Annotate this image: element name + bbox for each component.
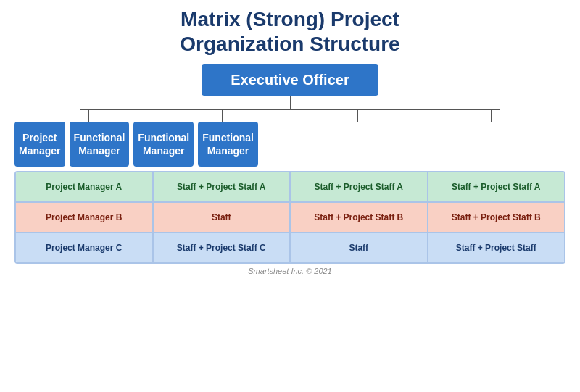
cell-r3-c4: Staff + Project Staff bbox=[428, 233, 565, 262]
cell-r1-c1: Project Manager A bbox=[16, 172, 154, 201]
functional-manager-box-2: FunctionalManager bbox=[133, 122, 194, 167]
cell-r2-c3: Staff + Project Staff B bbox=[291, 203, 428, 232]
cell-r2-c4: Staff + Project Staff B bbox=[428, 203, 565, 232]
cell-r1-c3: Staff + Project Staff A bbox=[291, 172, 428, 201]
page-title: Matrix (Strong) ProjectOrganization Stru… bbox=[180, 7, 399, 56]
cell-r3-c1: Project Manager C bbox=[16, 233, 154, 262]
cell-r3-c2: Staff + Project Staff C bbox=[154, 233, 291, 262]
functional-manager-box-1: FunctionalManager bbox=[70, 122, 130, 167]
cell-r2-c1: Project Manager B bbox=[16, 203, 154, 232]
cell-r2-c2: Staff bbox=[154, 203, 291, 232]
footer-text: Smartsheet Inc. © 2021 bbox=[248, 267, 332, 275]
cell-r1-c2: Staff + Project Staff A bbox=[154, 172, 291, 201]
cell-r1-c4: Staff + Project Staff A bbox=[428, 172, 565, 201]
staff-row-3: Project Manager C Staff + Project Staff … bbox=[16, 233, 564, 262]
functional-manager-box-3: FunctionalManager bbox=[198, 122, 258, 167]
project-manager-box: ProjectManager bbox=[14, 122, 65, 167]
staff-row-1: Project Manager A Staff + Project Staff … bbox=[16, 172, 564, 203]
exec-officer-box: Executive Officer bbox=[202, 64, 378, 96]
cell-r3-c3: Staff bbox=[291, 233, 428, 262]
staff-row-2: Project Manager B Staff Staff + Project … bbox=[16, 203, 564, 233]
